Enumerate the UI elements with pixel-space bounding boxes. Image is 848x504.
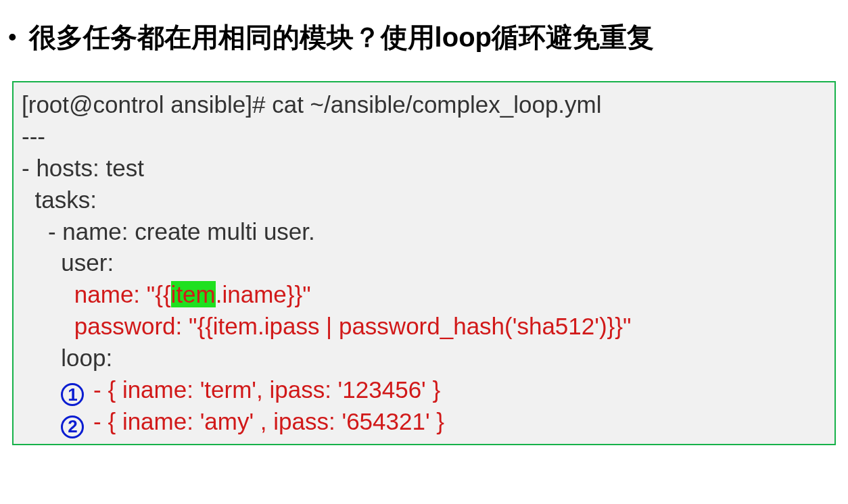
loop-item-2-text: - { iname: 'amy' , ipass: '654321' } [87,408,444,434]
yaml-name-line: name: "{{item.iname}}" [22,279,826,311]
yaml-task-name: - name: create multi user. [22,216,826,248]
yaml-hosts: - hosts: test [22,153,826,184]
yaml-tasks: tasks: [22,184,826,216]
yaml-name-prefix: name: "{{ [22,281,171,307]
code-block: [root@control ansible]# cat ~/ansible/co… [12,81,836,445]
bullet-text: 很多任务都在用相同的模块？使用loop循环避免重复 [29,19,654,55]
yaml-doc-start: --- [22,121,826,153]
yaml-password-line: password: "{{item.ipass | password_hash(… [22,311,826,343]
loop-item-1-text: - { iname: 'term', ipass: '123456' } [87,376,440,403]
yaml-user-key: user: [22,247,826,279]
circled-number-1: 1 [61,383,84,406]
loop-item-1: 1 - { iname: 'term', ipass: '123456' } [22,374,826,406]
bullet-marker: • [8,22,17,53]
bullet-row: • 很多任务都在用相同的模块？使用loop循环避免重复 [0,0,848,55]
yaml-name-suffix: .iname}}" [216,281,311,307]
yaml-name-item-highlight: item [171,281,216,307]
shell-prompt-line: [root@control ansible]# cat ~/ansible/co… [22,89,826,121]
loop-item-2: 2 - { iname: 'amy' , ipass: '654321' } [22,406,826,438]
circled-number-2: 2 [61,415,84,438]
yaml-loop-key: loop: [22,343,826,374]
